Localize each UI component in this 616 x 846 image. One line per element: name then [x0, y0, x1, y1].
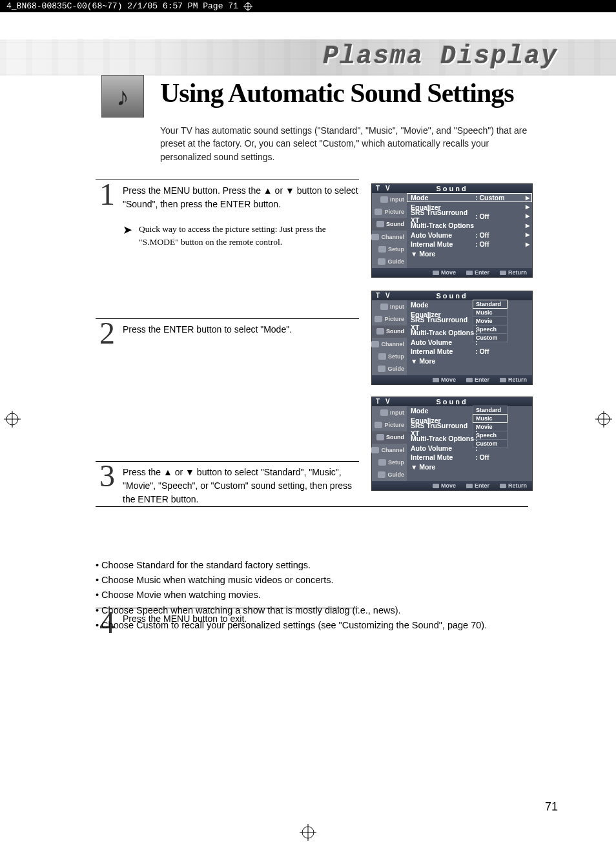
chevron-right-icon: ▶: [526, 223, 529, 229]
channel-icon: [371, 234, 379, 240]
bullet-item: Choose Music when watching music videos …: [96, 573, 535, 588]
osd-row-more: ▼ More: [407, 249, 532, 258]
osd-main-panel: Mode: Standard Music Movie Speech Custom…: [407, 300, 532, 375]
osd-footer-return: Return: [500, 377, 527, 383]
picture-icon: [375, 422, 382, 428]
osd-footer-return: Return: [500, 269, 527, 276]
guide-icon: [378, 258, 385, 265]
step-body: Press the MENU button. Press the ▲ or ▼ …: [123, 184, 359, 211]
osd-option-standard: Standard: [473, 300, 508, 309]
setup-icon: [378, 353, 386, 360]
picture-icon: [375, 209, 382, 215]
osd-footer-enter: Enter: [466, 269, 489, 276]
step-2: 2 Press the ENTER button to select "Mode…: [96, 318, 359, 461]
chevron-right-icon: ▶: [526, 195, 529, 201]
bullet-item: Choose Speech when watching a show that …: [96, 603, 535, 618]
step-body: Press the ▲ or ▼ button to select "Stand…: [123, 466, 359, 506]
osd-row-autovol: Auto Volume:: [407, 444, 532, 453]
page-number: 71: [545, 800, 558, 814]
step-number: 3: [96, 458, 119, 493]
step-body: Press the ENTER button to select "Mode".: [123, 323, 359, 336]
osd-title: Sound: [436, 185, 467, 192]
tip-row: ➤ Quick way to access the picture settin…: [123, 223, 359, 248]
osd-title-bar: T V Sound: [372, 397, 532, 406]
osd-option-standard: Standard: [473, 406, 508, 415]
osd-footer: Move Enter Return: [372, 481, 532, 490]
tip-text: Quick way to access the picture setting:…: [139, 223, 345, 248]
chevron-right-icon: ▶: [526, 242, 529, 247]
osd-row-srs: SRS TruSurround XT: Off▶: [407, 212, 532, 221]
chevron-right-icon: ▶: [526, 204, 529, 210]
picture-icon: [375, 316, 382, 322]
chevron-right-icon: ▶: [526, 232, 529, 238]
osd-row-mode: Mode: Standard Music Movie Speech Custom: [407, 300, 532, 309]
osd-footer-enter: Enter: [466, 377, 489, 383]
osd-footer-return: Return: [500, 482, 527, 489]
osd-row-intmute: Internal Mute: Off: [407, 453, 532, 462]
osd-screenshot-1: T V Sound Input Picture Sound Channel Se…: [371, 183, 533, 278]
osd-tv-label: T V: [376, 397, 392, 406]
osd-footer-move: Move: [433, 482, 456, 489]
osd-row-multi: Multi-Track Options:: [407, 328, 532, 337]
input-icon: [380, 409, 388, 416]
registration-mark-icon: [243, 2, 252, 11]
sound-icon: [376, 328, 384, 335]
step-1: 1 Press the MENU button. Press the ▲ or …: [96, 180, 359, 318]
osd-row-autovol: Auto Volume: Off▶: [407, 231, 532, 240]
intro-text: Your TV has automatic sound settings ("S…: [160, 124, 528, 163]
osd-row-intmute: Internal Mute: Off: [407, 347, 532, 356]
channel-icon: [371, 447, 379, 453]
sound-icon: [376, 434, 384, 440]
print-header-text: 4_BN68-00835C-00(68~77) 2/1/05 6:57 PM P…: [6, 1, 238, 11]
osd-tv-label: T V: [376, 184, 392, 193]
osd-footer-move: Move: [433, 377, 456, 383]
osd-row-multi: Multi-Track Options:: [407, 434, 532, 443]
osd-row-srs: SRS TruSurround XT:: [407, 425, 532, 434]
osd-row-more: ▼ More: [407, 462, 532, 471]
osd-side-menu: Input Picture Sound Channel Setup Guide: [372, 406, 407, 481]
osd-row-intmute: Internal Mute: Off▶: [407, 240, 532, 249]
osd-screenshot-2: T V Sound Input Picture Sound Channel Se…: [371, 291, 533, 385]
setup-icon: [378, 246, 386, 253]
osd-row-mode: Mode: Standard Music Movie Speech Custom: [407, 406, 532, 415]
guide-icon: [378, 471, 385, 478]
bullet-item: Choose Standard for the standard factory…: [96, 558, 535, 573]
osd-row-mode: Mode: Custom▶: [407, 193, 532, 202]
brand-title: Plasma Display: [323, 42, 558, 71]
chevron-right-icon: ▶: [526, 213, 529, 219]
osd-row-more: ▼ More: [407, 356, 532, 365]
input-icon: [380, 196, 388, 203]
osd-tv-label: T V: [376, 291, 392, 300]
input-icon: [380, 304, 388, 310]
osd-main-panel: Mode: Standard Music Movie Speech Custom…: [407, 406, 532, 481]
osd-footer: Move Enter Return: [372, 268, 532, 277]
osd-title-bar: T V Sound: [372, 184, 532, 193]
channel-icon: [371, 341, 379, 347]
osd-row-multi: Multi-Track Options▶: [407, 221, 532, 230]
osd-side-menu: Input Picture Sound Channel Setup Guide: [372, 300, 407, 375]
registration-mark-icon: [4, 411, 21, 428]
print-header-bar: 4_BN68-00835C-00(68~77) 2/1/05 6:57 PM P…: [0, 0, 616, 12]
osd-main-panel: Mode: Custom▶ Equalizer▶ SRS TruSurround…: [407, 193, 532, 268]
music-note-icon: ♪: [101, 75, 144, 118]
osd-footer: Move Enter Return: [372, 375, 532, 384]
osd-title: Sound: [436, 292, 467, 300]
registration-mark-icon: [595, 411, 612, 428]
bullet-item: Choose Movie when watching movies.: [96, 588, 535, 603]
osd-footer-enter: Enter: [466, 482, 489, 489]
osd-footer-move: Move: [433, 269, 456, 276]
osd-row-autovol: Auto Volume:: [407, 338, 532, 347]
osd-title: Sound: [436, 398, 467, 406]
setup-icon: [378, 459, 386, 466]
osd-screenshot-3: T V Sound Input Picture Sound Channel Se…: [371, 397, 533, 491]
tip-arrow-icon: ➤: [123, 223, 132, 248]
guide-icon: [378, 366, 385, 372]
page-title: Using Automatic Sound Settings: [160, 77, 514, 108]
sound-icon: [376, 221, 384, 227]
osd-title-bar: T V Sound: [372, 291, 532, 300]
registration-mark-icon: [300, 824, 316, 841]
osd-row-srs: SRS TruSurround XT:: [407, 319, 532, 328]
osd-side-menu: Input Picture Sound Channel Setup Guide: [372, 193, 407, 268]
divider: [96, 506, 528, 507]
step-number: 1: [96, 176, 119, 212]
